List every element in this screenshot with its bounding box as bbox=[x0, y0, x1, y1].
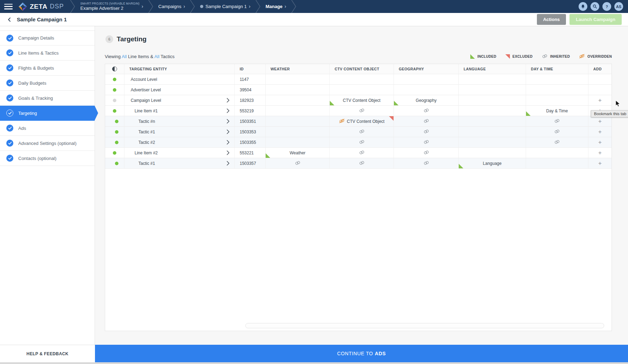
entity-cell: Line Item #1 bbox=[124, 106, 235, 116]
launch-campaign-button[interactable]: Launch Campaign bbox=[569, 14, 622, 25]
sidebar-item-label: Advanced Settings (optional) bbox=[18, 141, 76, 146]
search-icon[interactable] bbox=[591, 2, 599, 11]
add-cell: + bbox=[588, 158, 612, 168]
daytime-cell bbox=[526, 95, 588, 105]
table-row-campaign-level-182923[interactable]: Campaign Level182923CTV Content ObjectGe… bbox=[105, 95, 612, 106]
sidebar-item-campaign-details[interactable]: Campaign Details bbox=[0, 30, 95, 46]
back-button[interactable] bbox=[5, 15, 14, 24]
inherited-link-icon bbox=[359, 150, 365, 156]
legend-label: INCLUDED bbox=[477, 55, 496, 58]
expand-chevron-icon[interactable] bbox=[227, 119, 230, 124]
viewing-summary: Viewing All Line Items & All Tactics bbox=[105, 54, 175, 59]
sidebar-item-goals-tracking[interactable]: Goals & Tracking bbox=[0, 91, 95, 106]
logo-suffix: DSP bbox=[50, 3, 64, 10]
weather-cell bbox=[266, 137, 330, 147]
expand-chevron-icon[interactable] bbox=[227, 161, 230, 166]
section-number-badge: 6 bbox=[105, 35, 113, 43]
entity-name: Tactic #1 bbox=[138, 130, 155, 134]
column-header-entity: TARGETING ENTITY bbox=[124, 64, 235, 74]
table-row-tactic-1-1503353[interactable]: Tactic #11503353+ bbox=[105, 127, 612, 137]
breadcrumb-label: Manage bbox=[266, 4, 282, 9]
ctv-cell bbox=[330, 85, 394, 95]
notifications-bell-icon[interactable] bbox=[579, 2, 587, 11]
breadcrumb-item-manage[interactable]: Manage› bbox=[261, 0, 291, 13]
contrast-toggle-icon[interactable] bbox=[112, 66, 117, 71]
breadcrumb-separator bbox=[190, 0, 195, 13]
id-cell: 39504 bbox=[235, 85, 266, 95]
table-row-tactic-1-1503357[interactable]: Tactic #11503357Language+ bbox=[105, 158, 612, 169]
breadcrumb-item-campaigns[interactable]: Campaigns› bbox=[153, 0, 190, 13]
entity-name: Line Item #1 bbox=[135, 108, 158, 113]
add-targeting-button[interactable]: + bbox=[598, 97, 602, 103]
sidebar-item-flights-budgets[interactable]: Flights & Budgets bbox=[0, 61, 95, 76]
inherited-link-icon bbox=[554, 118, 560, 125]
add-targeting-button[interactable]: + bbox=[598, 129, 602, 135]
check-circle-icon bbox=[6, 125, 13, 132]
sidebar-item-daily-budgets[interactable]: Daily Budgets bbox=[0, 76, 95, 91]
sidebar-item-advanced-settings-optional[interactable]: Advanced Settings (optional) bbox=[0, 136, 95, 151]
geography-cell bbox=[394, 106, 459, 116]
add-targeting-button[interactable]: + bbox=[598, 118, 602, 124]
expand-chevron-icon[interactable] bbox=[227, 140, 230, 145]
sidebar-item-line-items-tactics[interactable]: Line Items & Tactics bbox=[0, 46, 95, 61]
legend-excluded: EXCLUDED bbox=[505, 54, 532, 59]
breadcrumb-item-sample-campaign-1[interactable]: Sample Campaign 1› bbox=[195, 0, 255, 13]
all-line-items-link[interactable]: All bbox=[122, 54, 127, 59]
included-flag-icon bbox=[266, 153, 270, 158]
legend-label: OVERRIDDEN bbox=[587, 55, 612, 58]
table-row-advertiser-level-39504[interactable]: Advertiser Level39504 bbox=[105, 85, 612, 95]
page-title: Sample Campaign 1 bbox=[17, 16, 67, 22]
sidebar-item-targeting[interactable]: Targeting bbox=[0, 106, 95, 121]
targeting-type-label: Day & Time bbox=[546, 108, 568, 113]
breadcrumb-separator bbox=[255, 0, 261, 13]
table-row-line-item-1-553219[interactable]: Line Item #1553219Day & Time+ bbox=[105, 106, 612, 116]
avatar[interactable]: AS bbox=[614, 2, 623, 11]
excluded-icon bbox=[505, 54, 510, 59]
table-row-account-level-1147[interactable]: Account Level1147 bbox=[105, 74, 612, 85]
add-targeting-button[interactable]: + bbox=[598, 150, 602, 156]
breadcrumb-item-example-advertiser-2[interactable]: SMART PROJECTS (VARIABLE MARGIN)Example … bbox=[75, 0, 148, 13]
targeting-type-label: CTV Content Object bbox=[347, 119, 384, 124]
sidebar-item-contacts-optional[interactable]: Contacts (optional) bbox=[0, 151, 95, 166]
add-cell: + bbox=[588, 127, 612, 137]
legend-included: INCLUDED bbox=[470, 54, 496, 59]
help-icon[interactable]: ? bbox=[602, 2, 611, 11]
language-cell bbox=[459, 137, 526, 147]
horizontal-scrollbar[interactable] bbox=[245, 323, 604, 328]
id-cell: 553221 bbox=[235, 148, 266, 158]
hamburger-menu-icon[interactable] bbox=[4, 4, 13, 9]
sidebar-item-label: Line Items & Tactics bbox=[18, 50, 59, 56]
daytime-cell bbox=[526, 85, 588, 95]
targeting-table-panel: TARGETING ENTITYIDWEATHERCTV CONTENT OBJ… bbox=[105, 64, 612, 331]
help-feedback-button[interactable]: HELP & FEEDBACK bbox=[0, 345, 95, 362]
entity-name: Account Level bbox=[131, 77, 157, 82]
expand-chevron-icon[interactable] bbox=[227, 150, 230, 155]
breadcrumb-separator bbox=[70, 0, 75, 13]
status-dot-green bbox=[113, 151, 116, 155]
add-targeting-button[interactable]: + bbox=[598, 160, 602, 166]
sidebar-item-ads[interactable]: Ads bbox=[0, 121, 95, 136]
status-cell bbox=[105, 106, 124, 116]
column-header-weather: WEATHER bbox=[266, 64, 330, 74]
check-circle-icon bbox=[6, 64, 13, 71]
add-targeting-button[interactable]: + bbox=[598, 139, 602, 145]
entity-cell: Tactic #n bbox=[124, 116, 235, 126]
ctv-cell bbox=[330, 137, 394, 147]
table-row-tactic-2-1503355[interactable]: Tactic #21503355+ bbox=[105, 137, 612, 148]
column-header-daytime: DAY & TIME bbox=[526, 64, 588, 74]
language-cell bbox=[459, 74, 526, 84]
expand-chevron-icon[interactable] bbox=[227, 130, 230, 134]
viewing-mid: Line Items & bbox=[128, 54, 153, 59]
geography-cell bbox=[394, 148, 459, 158]
status-dot-icon bbox=[200, 5, 203, 8]
ctv-cell: CTV Content Object bbox=[330, 95, 394, 105]
continue-to-ads-button[interactable]: CONTINUE TO ADS bbox=[95, 345, 628, 362]
weather-cell bbox=[266, 106, 330, 116]
table-row-tactic-n-1503351[interactable]: Tactic #n1503351CTV Content Object+ bbox=[105, 116, 612, 127]
table-row-line-item-2-553221[interactable]: Line Item #2553221Weather+ bbox=[105, 148, 612, 158]
actions-button[interactable]: Actions bbox=[537, 14, 566, 25]
expand-chevron-icon[interactable] bbox=[227, 98, 230, 103]
expand-chevron-icon[interactable] bbox=[227, 108, 230, 113]
all-tactics-link[interactable]: All bbox=[154, 54, 159, 59]
zeta-dsp-logo[interactable]: ZETA DSP bbox=[18, 2, 64, 11]
